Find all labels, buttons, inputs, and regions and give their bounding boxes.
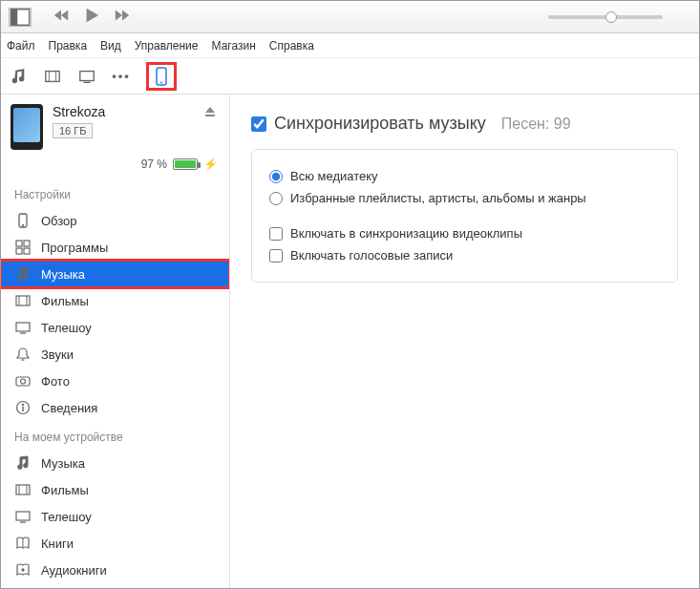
music-icon <box>14 454 32 472</box>
music-source-icon[interactable] <box>9 67 28 86</box>
volume-slider[interactable] <box>548 15 663 19</box>
menu-help[interactable]: Справка <box>269 39 314 53</box>
ondevice-item-audiobooks[interactable]: Аудиокниги <box>1 557 229 583</box>
sidebar-item-label: Сведения <box>41 401 97 415</box>
playback-controls <box>53 7 131 27</box>
svg-rect-16 <box>16 296 30 305</box>
sidebar-item-label: Телешоу <box>41 510 92 524</box>
content-pane: Синхронизировать музыку Песен: 99 Всю ме… <box>230 95 699 589</box>
source-bar: ••• <box>1 58 699 95</box>
svg-point-23 <box>21 379 26 384</box>
sidebar-item-label: Фильмы <box>41 483 89 497</box>
window-control-button[interactable] <box>9 8 32 27</box>
prev-button[interactable] <box>53 7 70 27</box>
info-icon <box>14 399 32 416</box>
play-button[interactable] <box>83 7 100 27</box>
sync-music-label: Синхронизировать музыку <box>274 114 486 134</box>
device-capacity: 16 ГБ <box>53 123 93 138</box>
device-thumbnail <box>11 104 43 150</box>
song-count: Песен: 99 <box>501 116 571 133</box>
sidebar-section-settings: Настройки <box>1 179 229 207</box>
music-icon <box>14 265 32 283</box>
sidebar-item-label: Фильмы <box>41 294 89 308</box>
sync-music-checkbox[interactable] <box>251 116 266 132</box>
svg-rect-27 <box>16 485 30 494</box>
sidebar-item-label: Аудиокниги <box>41 563 107 578</box>
ondevice-item-tvshows[interactable]: Телешоу <box>1 503 229 530</box>
book-icon <box>14 535 32 552</box>
radio-selected-playlists[interactable]: Избранные плейлисты, артисты, альбомы и … <box>269 187 660 209</box>
next-button[interactable] <box>114 7 131 27</box>
film-icon <box>14 481 32 498</box>
sidebar-item-music[interactable]: Музыка <box>1 261 229 287</box>
sidebar-item-movies[interactable]: Фильмы <box>1 287 229 314</box>
sidebar-item-label: Музыка <box>41 456 85 471</box>
svg-rect-13 <box>24 241 30 246</box>
device-header: Strekoza 16 ГБ <box>1 95 229 158</box>
svg-rect-2 <box>46 71 59 81</box>
sidebar: Strekoza 16 ГБ 97 % ⚡ Настройки Обзор Пр… <box>1 95 230 589</box>
check-label: Включать голосовые записи <box>290 248 453 263</box>
menu-store[interactable]: Магазин <box>212 39 256 53</box>
check-include-voice-memos[interactable]: Включать голосовые записи <box>269 244 660 266</box>
sidebar-item-label: Программы <box>41 241 108 255</box>
svg-point-33 <box>22 569 24 571</box>
ondevice-item-books[interactable]: Книги <box>1 530 229 557</box>
menu-edit[interactable]: Правка <box>49 39 88 53</box>
audiobook-icon <box>14 561 32 578</box>
volume-thumb[interactable] <box>605 11 617 23</box>
movies-source-icon[interactable] <box>43 67 62 86</box>
eject-icon[interactable] <box>204 106 216 120</box>
tv-source-icon[interactable] <box>77 67 96 86</box>
battery-icon <box>173 158 198 170</box>
sidebar-item-label: Фото <box>41 374 70 389</box>
device-button[interactable] <box>146 62 177 91</box>
svg-rect-15 <box>24 248 30 254</box>
device-battery-row: 97 % ⚡ <box>1 158 229 179</box>
svg-rect-12 <box>16 241 22 246</box>
sidebar-item-photos[interactable]: Фото <box>1 368 229 394</box>
sidebar-item-apps[interactable]: Программы <box>1 234 229 261</box>
radio-entire-library[interactable]: Всю медиатеку <box>269 165 660 187</box>
tv-icon <box>14 319 32 336</box>
svg-point-8 <box>160 81 162 83</box>
menu-controls[interactable]: Управление <box>135 39 199 53</box>
film-icon <box>14 292 32 309</box>
svg-rect-9 <box>205 115 215 116</box>
sidebar-section-on-device: На моем устройстве <box>1 421 229 450</box>
check-include-videos[interactable]: Включать в синхронизацию видеоклипы <box>269 222 660 244</box>
svg-rect-1 <box>11 9 17 25</box>
more-icon[interactable]: ••• <box>112 67 131 86</box>
sidebar-item-overview[interactable]: Обзор <box>1 207 229 234</box>
check-label: Включать в синхронизацию видеоклипы <box>290 226 522 241</box>
charging-icon: ⚡ <box>203 158 218 171</box>
menu-view[interactable]: Вид <box>100 39 121 53</box>
tv-icon <box>14 508 32 525</box>
sidebar-item-tones[interactable]: Звуки <box>1 341 229 368</box>
ondevice-item-music[interactable]: Музыка <box>1 450 229 476</box>
sidebar-item-label: Книги <box>41 536 74 551</box>
check-include-videos-input[interactable] <box>269 227 283 241</box>
menubar: Файл Правка Вид Управление Магазин Справ… <box>1 33 699 58</box>
menu-file[interactable]: Файл <box>7 39 35 53</box>
battery-percent: 97 % <box>141 158 167 171</box>
svg-point-25 <box>22 404 24 406</box>
ondevice-item-movies[interactable]: Фильмы <box>1 476 229 503</box>
radio-entire-library-input[interactable] <box>269 170 283 183</box>
radio-selected-playlists-input[interactable] <box>269 192 283 205</box>
svg-point-11 <box>22 224 24 226</box>
svg-rect-14 <box>16 248 22 254</box>
radio-label: Избранные плейлисты, артисты, альбомы и … <box>290 191 586 205</box>
ondevice-item-tones[interactable]: Звуки <box>1 583 229 589</box>
sync-music-header: Синхронизировать музыку Песен: 99 <box>251 114 678 134</box>
sidebar-item-tvshows[interactable]: Телешоу <box>1 314 229 341</box>
bell-icon <box>14 346 32 363</box>
sidebar-item-info[interactable]: Сведения <box>1 394 229 421</box>
titlebar <box>1 1 699 33</box>
svg-rect-19 <box>16 323 30 331</box>
svg-rect-30 <box>16 512 30 520</box>
check-include-voice-memos-input[interactable] <box>269 249 283 263</box>
phone-icon <box>14 212 32 229</box>
svg-rect-5 <box>80 71 94 80</box>
sidebar-item-label: Обзор <box>41 214 77 228</box>
